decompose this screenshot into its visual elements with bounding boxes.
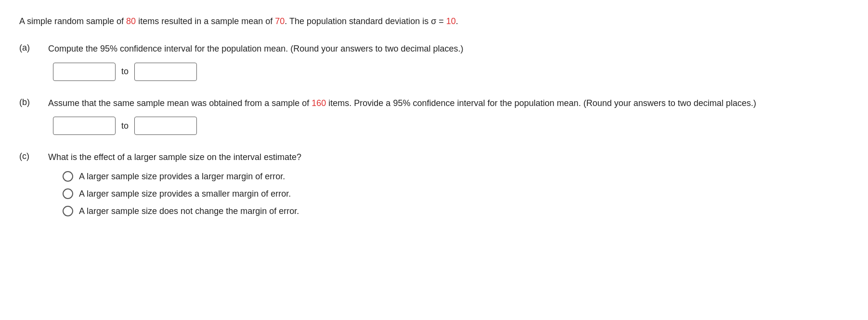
statement-end: . (456, 16, 458, 26)
radio-circle-2 (63, 188, 73, 199)
part-b-question: Assume that the same sample mean was obt… (48, 96, 849, 110)
part-c-content: What is the effect of a larger sample si… (48, 150, 849, 216)
part-b-input-lower[interactable] (53, 117, 116, 135)
part-a: (a) Compute the 95% confidence interval … (19, 42, 849, 81)
part-b-content: Assume that the same sample mean was obt… (48, 96, 849, 135)
n1-value: 80 (126, 16, 136, 26)
part-a-input-upper[interactable] (134, 63, 197, 81)
radio-circle-1 (63, 171, 73, 182)
part-a-input-lower[interactable] (53, 63, 116, 81)
part-a-question: Compute the 95% confidence interval for … (48, 42, 849, 56)
part-b-to-label: to (121, 121, 129, 131)
part-b-label: (b) (19, 96, 48, 107)
equals: = (436, 16, 446, 26)
radio-label-1: A larger sample size provides a larger m… (79, 172, 285, 182)
sigma-value: 10 (446, 16, 456, 26)
part-a-to-label: to (121, 67, 129, 77)
part-c-label: (c) (19, 150, 48, 161)
radio-options-group: A larger sample size provides a larger m… (63, 171, 849, 216)
part-a-label: (a) (19, 42, 48, 53)
part-a-content: Compute the 95% confidence interval for … (48, 42, 849, 81)
mean-value: 70 (275, 16, 285, 26)
part-c-question: What is the effect of a larger sample si… (48, 150, 849, 164)
n2-value: 160 (311, 98, 326, 108)
radio-option-1[interactable]: A larger sample size provides a larger m… (63, 171, 849, 182)
statement-pre: A simple random sample of (19, 16, 126, 26)
problem-statement: A simple random sample of 80 items resul… (19, 14, 849, 28)
part-c: (c) What is the effect of a larger sampl… (19, 150, 849, 216)
radio-circle-3 (63, 206, 73, 216)
sigma-symbol: σ (431, 16, 436, 26)
radio-label-2: A larger sample size provides a smaller … (79, 189, 291, 199)
part-b-question-pre: Assume that the same sample mean was obt… (48, 98, 311, 108)
part-b: (b) Assume that the same sample mean was… (19, 96, 849, 135)
statement-mid1: items resulted in a sample mean of (136, 16, 275, 26)
radio-label-3: A larger sample size does not change the… (79, 206, 299, 216)
part-a-input-row: to (53, 63, 849, 81)
radio-option-3[interactable]: A larger sample size does not change the… (63, 206, 849, 216)
part-b-input-row: to (53, 117, 849, 135)
part-b-input-upper[interactable] (134, 117, 197, 135)
radio-option-2[interactable]: A larger sample size provides a smaller … (63, 188, 849, 199)
statement-mid2: . The population standard deviation is (285, 16, 431, 26)
part-b-question-post: items. Provide a 95% confidence interval… (326, 98, 756, 108)
